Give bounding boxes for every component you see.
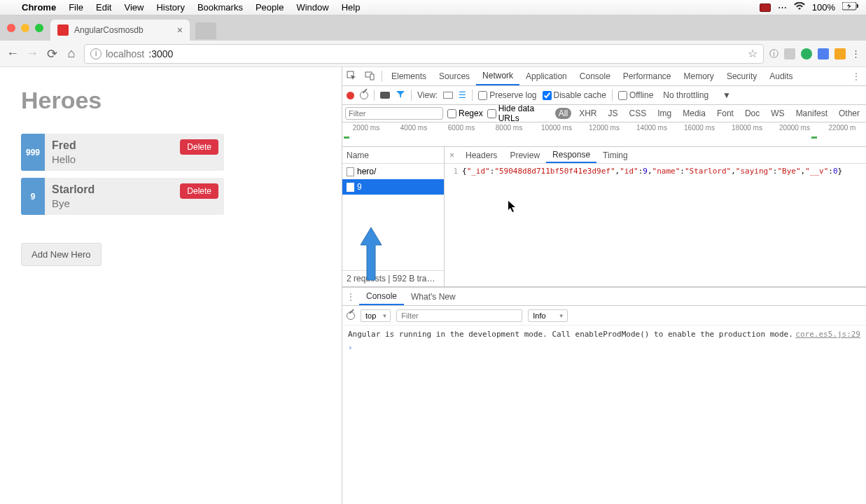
response-tab-preview[interactable]: Preview: [503, 147, 546, 163]
menu-bookmarks[interactable]: Bookmarks: [197, 2, 243, 13]
request-row[interactable]: 9: [342, 179, 444, 195]
menubar-app-icon[interactable]: [760, 4, 771, 12]
menu-icon[interactable]: ⋮: [851, 48, 860, 59]
tab-elements[interactable]: Elements: [385, 67, 433, 85]
menu-history[interactable]: History: [156, 2, 184, 13]
hide-data-urls-checkbox[interactable]: Hide data URLs: [487, 104, 551, 123]
network-filter-input[interactable]: [345, 107, 443, 120]
timeline-tick: 2000 ms: [342, 124, 390, 132]
filter-toggle-icon[interactable]: [396, 90, 405, 101]
tab-performance[interactable]: Performance: [617, 67, 678, 85]
inspect-element-icon[interactable]: [342, 71, 361, 83]
hero-card[interactable]: 9 Starlord Bye Delete: [21, 178, 224, 215]
tab-close-icon[interactable]: ×: [177, 24, 183, 36]
console-level-select[interactable]: Info: [528, 309, 567, 322]
regex-checkbox[interactable]: Regex: [447, 108, 483, 118]
filter-type-xhr[interactable]: XHR: [575, 108, 600, 119]
network-filter-bar: Regex Hide data URLs All XHR JS CSS Img …: [342, 105, 866, 122]
delete-button[interactable]: Delete: [180, 183, 218, 199]
drawer-menu-icon[interactable]: ⋮: [342, 292, 359, 302]
menu-help[interactable]: Help: [342, 2, 361, 13]
menu-app[interactable]: Chrome: [22, 2, 56, 13]
hero-card[interactable]: 999 Fred Hello Delete: [21, 134, 224, 171]
tab-console[interactable]: Console: [573, 67, 617, 85]
console-clear-icon[interactable]: [347, 312, 355, 320]
response-tab-timing[interactable]: Timing: [596, 147, 634, 163]
reload-button[interactable]: ⟳: [45, 46, 59, 62]
console-filter-input[interactable]: [396, 309, 522, 322]
tab-audits[interactable]: Audits: [763, 67, 799, 85]
preserve-log-checkbox[interactable]: Preserve log: [478, 90, 536, 100]
network-timeline[interactable]: 2000 ms 4000 ms 6000 ms 8000 ms 10000 ms…: [342, 122, 866, 147]
window-close-icon[interactable]: [7, 24, 15, 32]
battery-icon[interactable]: [842, 2, 859, 13]
wifi-icon[interactable]: [794, 2, 805, 13]
offline-checkbox[interactable]: Offline: [618, 90, 653, 100]
menu-file[interactable]: File: [69, 2, 83, 13]
request-list-header[interactable]: Name: [342, 147, 444, 164]
add-hero-button[interactable]: Add New Hero: [21, 243, 102, 266]
menubar-overflow-icon[interactable]: ⋯: [778, 2, 787, 13]
extension-icon[interactable]: [784, 48, 795, 59]
browser-tab[interactable]: AngularCosmosdb ×: [50, 20, 190, 41]
tab-security[interactable]: Security: [720, 67, 763, 85]
ext-info-icon[interactable]: ⓘ: [769, 48, 778, 60]
window-minimize-icon[interactable]: [21, 24, 29, 32]
clear-button[interactable]: [360, 91, 368, 99]
filter-type-doc[interactable]: Doc: [741, 108, 763, 119]
extension-icon[interactable]: [834, 48, 846, 59]
hero-name: Starlord: [52, 183, 173, 196]
view-list-icon[interactable]: [443, 92, 453, 99]
filter-type-manifest[interactable]: Manifest: [792, 108, 831, 119]
filter-type-font[interactable]: Font: [713, 108, 737, 119]
console-context-select[interactable]: top: [361, 309, 391, 322]
response-body[interactable]: 1 {"_id":"59048d8d711bf50f41e3d9ef","id"…: [445, 164, 866, 286]
drawer-tab-whatsnew[interactable]: What's New: [404, 288, 463, 305]
menu-edit[interactable]: Edit: [96, 2, 111, 13]
hero-name: Fred: [52, 139, 173, 152]
screenshot-icon[interactable]: [380, 92, 390, 99]
filter-type-js[interactable]: JS: [605, 108, 622, 119]
site-info-icon[interactable]: i: [90, 48, 102, 59]
filter-type-media[interactable]: Media: [679, 108, 709, 119]
request-row[interactable]: hero/: [342, 164, 444, 179]
forward-button[interactable]: →: [25, 46, 39, 61]
back-button[interactable]: ←: [6, 46, 20, 61]
tab-network[interactable]: Network: [476, 67, 519, 85]
filter-type-css[interactable]: CSS: [626, 108, 650, 119]
console-output[interactable]: Angular is running in the development mo…: [342, 326, 866, 504]
device-toolbar-icon[interactable]: [361, 71, 379, 83]
view-waterfall-icon[interactable]: ☰: [459, 90, 466, 100]
bookmark-star-icon[interactable]: ☆: [748, 47, 757, 60]
filter-type-other[interactable]: Other: [835, 108, 863, 119]
console-source-link[interactable]: core.es5.js:29: [795, 330, 860, 339]
address-bar[interactable]: i localhost:3000 ☆: [84, 44, 764, 64]
disable-cache-checkbox[interactable]: Disable cache: [543, 90, 606, 100]
menu-view[interactable]: View: [124, 2, 144, 13]
tab-application[interactable]: Application: [519, 67, 573, 85]
console-prompt-icon[interactable]: ›: [348, 343, 860, 352]
extension-icon[interactable]: [801, 48, 812, 59]
window-zoom-icon[interactable]: [35, 24, 43, 32]
record-button[interactable]: [347, 92, 354, 99]
response-tab-response[interactable]: Response: [546, 147, 596, 163]
new-tab-button[interactable]: [195, 22, 216, 39]
devtools-menu-icon[interactable]: ⋮: [846, 71, 866, 81]
delete-button[interactable]: Delete: [180, 139, 218, 155]
tab-sources[interactable]: Sources: [433, 67, 476, 85]
throttling-select[interactable]: No throttling ▼: [663, 90, 731, 100]
close-response-icon[interactable]: ×: [445, 150, 459, 160]
filter-type-ws[interactable]: WS: [767, 108, 788, 119]
tab-memory[interactable]: Memory: [678, 67, 720, 85]
timeline-tick: 18000 ms: [723, 124, 771, 132]
battery-percent: 100%: [812, 2, 835, 13]
menu-people[interactable]: People: [256, 2, 284, 13]
filter-type-all[interactable]: All: [555, 108, 571, 119]
menu-window[interactable]: Window: [296, 2, 328, 13]
extension-icon[interactable]: [818, 48, 829, 59]
home-button[interactable]: ⌂: [64, 46, 78, 61]
response-tab-headers[interactable]: Headers: [459, 147, 503, 163]
filter-type-img[interactable]: Img: [654, 108, 675, 119]
drawer-tab-console[interactable]: Console: [359, 288, 404, 305]
timeline-tick: 6000 ms: [438, 124, 485, 132]
